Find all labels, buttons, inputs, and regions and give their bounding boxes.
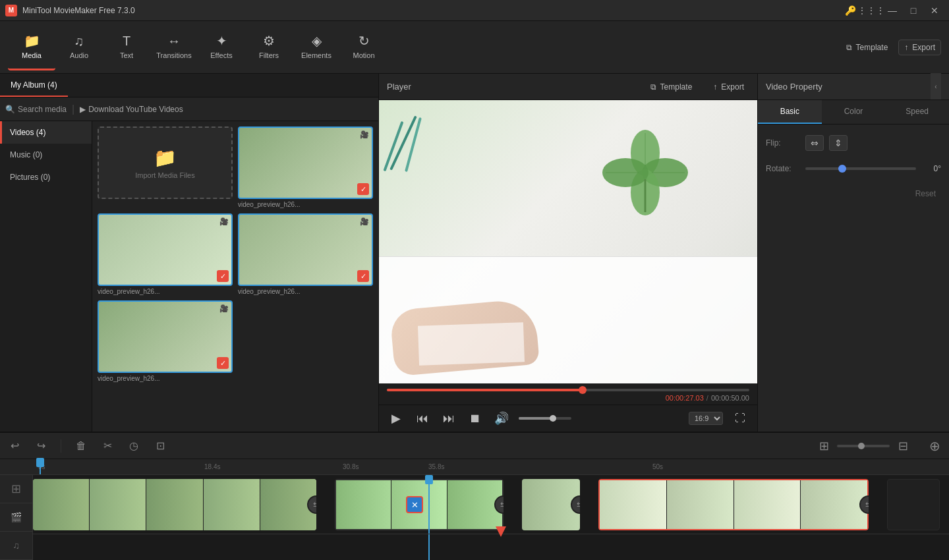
rotate-slider[interactable] (805, 167, 916, 170)
settings-icon[interactable]: ⋮⋮⋮ (862, 4, 880, 17)
maximize-button[interactable]: □ (904, 4, 923, 17)
progress-bar[interactable] (387, 389, 749, 391)
import-placeholder-thumb[interactable]: 📁 Import Media Files (98, 126, 233, 199)
toolbar-item-audio[interactable]: ♫ Audio (55, 24, 103, 70)
rotate-knob[interactable] (838, 165, 846, 173)
text-icon: T (123, 34, 130, 49)
key-icon[interactable]: 🔑 (841, 4, 859, 17)
tab-color[interactable]: Color (822, 100, 886, 124)
import-media-item[interactable]: 📁 Import Media Files (98, 126, 233, 208)
zoom-in-button[interactable]: ⊞ (815, 437, 833, 455)
toolbar-item-text[interactable]: T Text (103, 24, 150, 70)
media-item-1[interactable]: 🎥 ✓ video_preview_h26... (238, 126, 373, 208)
media-item-3[interactable]: 🎥 ✓ video_preview_h26... (238, 213, 373, 295)
template-header-button[interactable]: ⧉ Template (645, 80, 698, 94)
media-thumb-2[interactable]: 🎥 ✓ (98, 213, 233, 286)
sidebar-item-pictures[interactable]: Pictures (0) (0, 166, 92, 188)
media-item-2[interactable]: 🎥 ✓ video_preview_h26... (98, 213, 233, 295)
flip-vertical-button[interactable]: ⇕ (829, 135, 848, 151)
audio-track-playhead (428, 534, 430, 560)
media-thumb-1[interactable]: 🎥 ✓ (238, 126, 373, 199)
clip-3[interactable]: ⇆ (522, 479, 580, 530)
volume-slider[interactable] (519, 417, 571, 420)
clip-4[interactable]: ⇆ (598, 479, 869, 530)
property-tabs: Basic Color Speed (758, 100, 949, 125)
flip-horizontal-button[interactable]: ⇔ (805, 135, 824, 151)
play-button[interactable]: ▶ (387, 409, 405, 428)
media-thumb-3[interactable]: 🎥 ✓ (238, 213, 373, 286)
toolbar-item-filters[interactable]: ⚙ Filters (245, 24, 293, 70)
zoom-out-button[interactable]: ⊟ (894, 437, 912, 455)
reset-row: Reset (766, 186, 941, 201)
close-button[interactable]: ✕ (925, 4, 944, 17)
crop-button[interactable]: ⊡ (151, 437, 169, 455)
timeline-toolbar: ↩ ↪ 🗑 ✂ ◷ ⊡ ⊞ ⊟ ⊕ (0, 433, 949, 459)
time-separator: / (706, 394, 708, 402)
stop-button[interactable]: ⏹ (466, 409, 484, 428)
export-icon: ↑ (904, 43, 908, 52)
volume-button[interactable]: 🔊 (492, 409, 511, 428)
clip-2[interactable]: ⇆ ✕ (335, 479, 503, 530)
tab-speed[interactable]: Speed (885, 100, 949, 124)
volume-fill (519, 417, 553, 420)
clip-delete-button[interactable]: ✕ (406, 496, 423, 513)
toolbar-item-transitions[interactable]: ↔ Transitions (150, 24, 198, 70)
template-button[interactable]: ⧉ Template (841, 40, 894, 55)
player-header-right: ⧉ Template ↑ Export (645, 80, 749, 94)
media-thumb-4[interactable]: 🎥 ✓ (98, 300, 233, 373)
aspect-ratio-select[interactable]: 16:9 4:3 1:1 9:16 (689, 412, 723, 425)
sidebar-item-music[interactable]: Music (0) (0, 144, 92, 166)
reset-button[interactable]: Reset (910, 186, 941, 201)
export-header-label: Export (721, 82, 744, 92)
app-logo: M (5, 5, 17, 16)
motion-icon: ↻ (359, 33, 370, 49)
delete-clip-button[interactable]: 🗑 (72, 437, 90, 455)
progress-knob[interactable] (579, 386, 587, 394)
toolbar-divider-1 (61, 439, 61, 453)
template-label: Template (856, 43, 888, 52)
fullscreen-button[interactable]: ⛶ (731, 409, 749, 428)
toolbar-item-elements[interactable]: ◈ Elements (293, 24, 340, 70)
zoom-knob[interactable] (858, 443, 865, 449)
toolbar-item-effects[interactable]: ✦ Effects (198, 24, 245, 70)
export-button[interactable]: ↑ Export (898, 40, 941, 55)
clover-decoration (586, 113, 705, 245)
my-album-tab[interactable]: My Album (4) (0, 74, 68, 97)
right-panel: Video Property ‹ Basic Color Speed Flip:… (758, 74, 949, 432)
video-preview (379, 100, 757, 383)
toolbar-item-motion[interactable]: ↻ Motion (340, 24, 388, 70)
media-check-4: ✓ (217, 357, 229, 369)
clip-5-placeholder[interactable] (887, 479, 940, 530)
track-labels: ⊞ 🎬 ♫ (0, 475, 33, 560)
titlebar: M MiniTool MovieMaker Free 7.3.0 🔑 ⋮⋮⋮ —… (0, 0, 949, 21)
prev-button[interactable]: ⏮ (413, 409, 432, 428)
download-youtube-section[interactable]: ▶ Download YouTube Videos (80, 105, 183, 114)
property-header: Video Property ‹ (758, 74, 949, 100)
search-section[interactable]: 🔍 Search media (5, 105, 67, 114)
video-track-label: 🎬 (0, 503, 32, 532)
undo-button[interactable]: ↩ (5, 437, 24, 455)
redo-button[interactable]: ↪ (32, 437, 50, 455)
split-button[interactable]: ✂ (98, 437, 117, 455)
audio-track-label: ♫ (0, 532, 32, 560)
toolbar-item-media[interactable]: 📁 Media (8, 24, 55, 70)
media-label-1: video_preview_h26... (238, 201, 373, 208)
tab-basic[interactable]: Basic (758, 100, 822, 124)
sidebar-item-videos[interactable]: Videos (4) (0, 121, 92, 144)
ruler-mark-358: 35.8s (428, 463, 444, 470)
audio-extract-button[interactable]: ◷ (125, 437, 143, 455)
video-cam-icon-1: 🎥 (360, 130, 369, 139)
clip-1[interactable]: ⇆ (33, 479, 316, 530)
next-button[interactable]: ⏭ (440, 409, 458, 428)
minimize-button[interactable]: — (883, 4, 902, 17)
media-item-4[interactable]: 🎥 ✓ video_preview_h26... (98, 300, 233, 382)
timeline-playhead[interactable] (40, 459, 41, 474)
add-media-track-button[interactable]: ⊞ (0, 475, 32, 503)
search-icon: 🔍 (5, 105, 15, 114)
export-header-button[interactable]: ↑ Export (708, 80, 749, 94)
add-track-button[interactable]: ⊕ (925, 437, 944, 455)
collapse-arrow[interactable]: ‹ (931, 73, 941, 99)
volume-knob[interactable] (550, 415, 556, 422)
app-title: MiniTool MovieMaker Free 7.3.0 (22, 6, 135, 15)
zoom-track[interactable] (837, 445, 890, 447)
